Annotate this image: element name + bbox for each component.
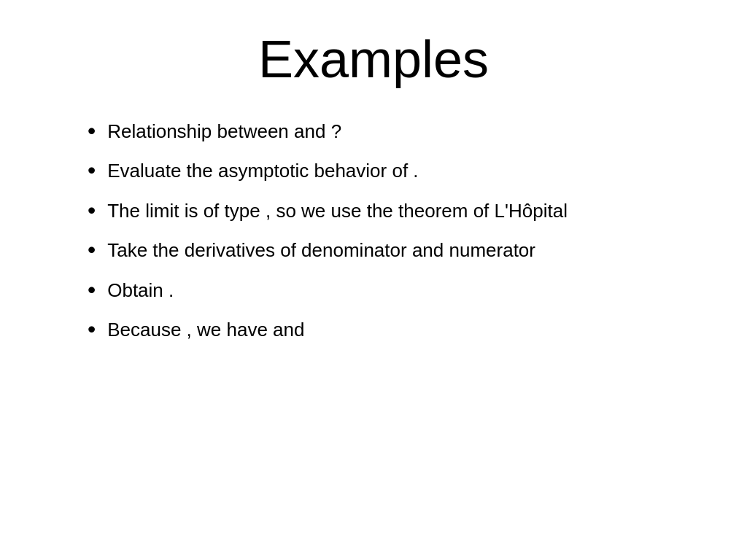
list-item: • Because , we have and (88, 316, 568, 343)
bullet-dot-1: • (88, 117, 96, 144)
bullet-dot-3: • (88, 196, 96, 224)
bullet-dot-5: • (88, 276, 96, 303)
list-item: • Evaluate the asymptotic behavior of . (88, 158, 568, 184)
bullet-text-5: Obtain . (107, 277, 568, 303)
slide-title: Examples (258, 29, 489, 89)
title-container: Examples (44, 29, 703, 89)
bullet-text-4: Take the derivatives of denominator and … (107, 237, 568, 263)
bullet-text-1: Relationship between and ? (107, 118, 568, 144)
list-item: • Relationship between and ? (88, 118, 568, 144)
bullet-text-2: Evaluate the asymptotic behavior of . (107, 158, 568, 184)
list-item: • Obtain . (88, 277, 568, 303)
list-item: • The limit is of type , so we use the t… (88, 198, 568, 224)
bullet-dot-4: • (88, 236, 96, 263)
bullet-dot-6: • (88, 315, 96, 343)
bullet-text-3: The limit is of type , so we use the the… (107, 198, 568, 224)
bullet-text-6: Because , we have and (107, 316, 568, 343)
slide: Examples • Relationship between and ? • … (0, 0, 747, 560)
bullet-list: • Relationship between and ? • Evaluate … (88, 118, 568, 343)
bullet-dot-2: • (88, 156, 96, 184)
list-item: • Take the derivatives of denominator an… (88, 237, 568, 263)
